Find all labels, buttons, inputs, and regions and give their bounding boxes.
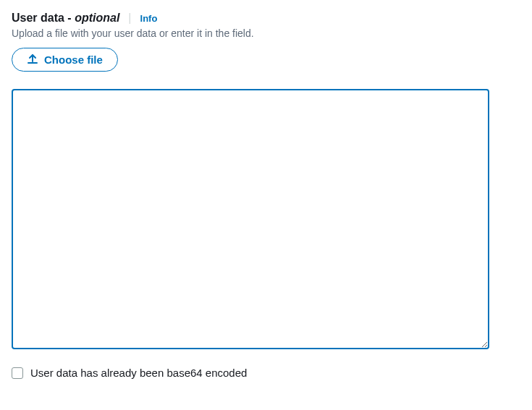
section-header: User data - optional | Info — [12, 12, 520, 25]
base64-checkbox[interactable] — [12, 367, 23, 379]
title-dash: - — [64, 12, 75, 24]
title-text: User data — [12, 12, 64, 24]
header-separator: | — [128, 12, 131, 25]
optional-label: optional — [75, 12, 119, 24]
section-description: Upload a file with your user data or ent… — [12, 27, 520, 39]
choose-file-label: Choose file — [44, 54, 103, 66]
choose-file-button[interactable]: Choose file — [12, 48, 118, 72]
base64-checkbox-row: User data has already been base64 encode… — [12, 367, 520, 379]
upload-icon — [27, 53, 38, 67]
user-data-textarea[interactable] — [12, 89, 489, 349]
base64-checkbox-label[interactable]: User data has already been base64 encode… — [30, 367, 247, 379]
info-link[interactable]: Info — [140, 13, 158, 24]
section-title: User data - optional — [12, 12, 119, 25]
